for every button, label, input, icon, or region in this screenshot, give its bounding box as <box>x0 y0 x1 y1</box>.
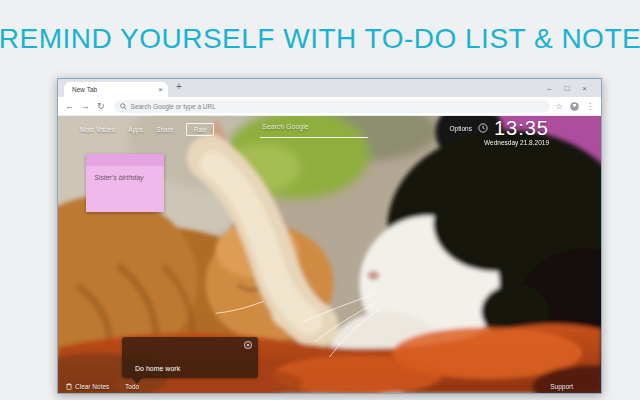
nav-apps[interactable]: Apps <box>128 126 143 133</box>
todo-settings-icon[interactable] <box>244 341 252 349</box>
new-tab-page: Most Visited Apps Share Rate Search Goog… <box>58 116 601 393</box>
promo-banner-title: REMIND YOURSELF WITH TO-DO LIST & NOTE <box>0 23 640 55</box>
toolbar-right-icons: ☆ ⋮ <box>556 102 594 111</box>
clear-notes-label: Clear Notes <box>75 383 109 390</box>
sticky-note[interactable]: Sister's birthday <box>86 154 164 212</box>
todo-popup: Do home work <box>122 337 258 378</box>
back-icon[interactable]: ← <box>65 102 74 111</box>
clock-time: 13:35 <box>494 117 549 139</box>
tab-strip: New Tab × + – □ × <box>58 79 601 97</box>
clock-block: Options 13:35 Wednesday 21.8.2019 <box>450 117 549 146</box>
close-icon[interactable]: × <box>582 84 587 93</box>
tab-close-icon[interactable]: × <box>158 86 163 94</box>
window-controls: – □ × <box>547 79 587 97</box>
bookmark-star-icon[interactable]: ☆ <box>556 102 563 111</box>
ntp-search-input[interactable]: Search Google <box>260 121 368 138</box>
clock-icon <box>478 123 488 133</box>
todo-item-text[interactable]: Do home work <box>135 365 180 372</box>
nav-most-visited[interactable]: Most Visited <box>80 126 115 133</box>
address-bar-placeholder: Search Google or type a URL <box>131 103 216 110</box>
browser-toolbar: ← → ↻ Search Google or type a URL ☆ ⋮ <box>58 97 601 116</box>
minimize-icon[interactable]: – <box>547 84 551 93</box>
new-tab-icon[interactable]: + <box>176 81 182 92</box>
ntp-nav: Most Visited Apps Share Rate <box>80 123 214 136</box>
maximize-icon[interactable]: □ <box>564 84 569 93</box>
search-icon <box>120 103 127 110</box>
support-label: Support <box>550 383 573 390</box>
profile-avatar-icon[interactable] <box>570 102 579 111</box>
forward-icon[interactable]: → <box>81 102 90 111</box>
address-bar[interactable]: Search Google or type a URL <box>114 100 550 113</box>
clear-notes-button[interactable]: Clear Notes <box>66 383 109 390</box>
options-button[interactable]: Options <box>450 125 472 132</box>
sticky-note-text[interactable]: Sister's birthday <box>86 166 164 181</box>
trash-icon <box>66 383 72 390</box>
tab-title: New Tab <box>72 86 158 93</box>
todo-button[interactable]: Todo <box>125 383 139 390</box>
tab-new-tab[interactable]: New Tab × <box>64 82 168 97</box>
sticky-note-header <box>86 154 164 166</box>
support-button[interactable]: Support <box>550 383 573 390</box>
reload-icon[interactable]: ↻ <box>97 102 105 111</box>
todo-button-label: Todo <box>125 383 139 390</box>
promo-banner: REMIND YOURSELF WITH TO-DO LIST & NOTE <box>0 0 640 78</box>
clock-date: Wednesday 21.8.2019 <box>450 139 549 146</box>
nav-rate[interactable]: Rate <box>186 123 214 136</box>
menu-dots-icon[interactable]: ⋮ <box>586 102 594 111</box>
nav-share[interactable]: Share <box>156 126 173 133</box>
browser-window: New Tab × + – □ × ← → ↻ Search Google or… <box>57 78 602 394</box>
